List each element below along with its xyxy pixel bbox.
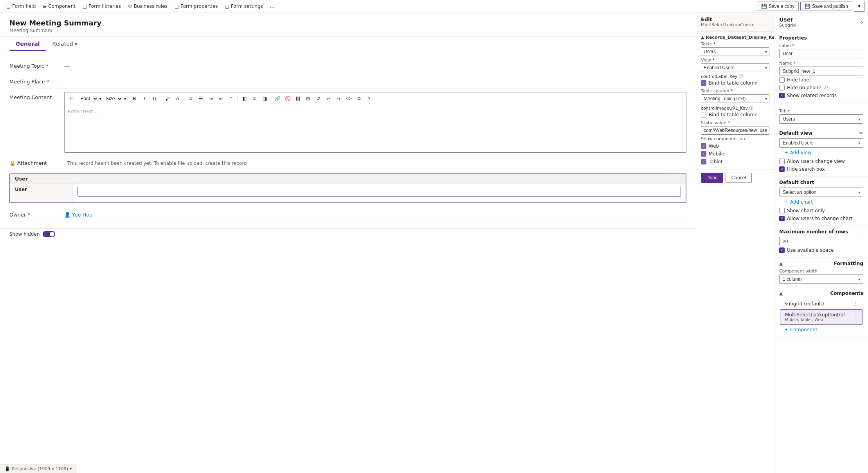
collapse-icon[interactable]: ▲ — [701, 35, 704, 40]
save-publish-button[interactable]: 💾 Save and publish — [800, 2, 852, 11]
edit-table-select[interactable]: Users — [701, 47, 769, 56]
toolbar-highlight[interactable]: 🖌 — [163, 94, 172, 103]
toolbar-font-color[interactable]: A — [173, 94, 182, 103]
props-default-chart-title[interactable]: Default chart — [779, 180, 814, 185]
component-subgrid-menu[interactable]: ⋮ — [854, 301, 858, 307]
business-rules-icon: ⚙ — [128, 4, 132, 9]
subgrid-input[interactable] — [77, 187, 681, 197]
toolbar-pencil[interactable]: ✏ — [67, 94, 76, 103]
props-hide-search-checkbox[interactable]: ✓ — [779, 166, 785, 172]
toolbar-settings[interactable]: ⚙ — [354, 94, 364, 103]
toolbar-unlink[interactable]: 🚫 — [283, 94, 292, 103]
toolbar-bold[interactable]: B — [130, 94, 139, 103]
props-close-button[interactable]: › — [861, 18, 863, 26]
props-max-rows-input[interactable] — [779, 237, 863, 246]
props-formatting-collapse[interactable]: ▲ — [779, 261, 783, 266]
props-view-select[interactable]: Enabled Users — [779, 138, 863, 148]
save-publish-chevron[interactable]: ▾ — [854, 1, 865, 12]
toolbar-help[interactable]: ? — [364, 94, 374, 103]
edit-static-input[interactable] — [701, 126, 769, 135]
form-field-icon: □ — [6, 4, 11, 9]
responsive-chevron[interactable]: ▾ — [70, 466, 72, 471]
props-hide-phone-checkbox[interactable] — [779, 85, 785, 90]
edit-bind-table-checkbox[interactable]: ✓ — [701, 80, 706, 86]
toolbar-indent[interactable]: ⇥ — [206, 94, 216, 103]
props-max-rows-header: Maximum number of rows — [779, 229, 863, 235]
props-max-rows-title[interactable]: Maximum number of rows — [779, 229, 848, 235]
toolbar-image[interactable]: 🖼 — [293, 94, 303, 103]
toolbar-align-left[interactable]: ◧ — [240, 94, 249, 103]
props-components-collapse[interactable]: ▲ — [779, 291, 783, 296]
toolbar-rtl[interactable]: ↺ — [313, 94, 323, 103]
toolbar-align-right[interactable]: ◨ — [260, 94, 269, 103]
default-view-edit-icon[interactable]: ✏ — [859, 130, 863, 136]
edit-tablet-checkbox[interactable]: ✓ — [701, 159, 706, 164]
props-name-input[interactable] — [779, 67, 863, 76]
toolbar-outdent[interactable]: ⇤ — [216, 94, 226, 103]
props-comp-width-select[interactable]: 1 column — [779, 274, 863, 284]
toolbar-font-select[interactable]: Font — [77, 94, 99, 103]
more-icon: ... — [270, 4, 274, 9]
props-show-chart-only-checkbox[interactable] — [779, 208, 785, 213]
edit-table-col-select[interactable]: Meeting Topic (Text) — [701, 94, 769, 103]
img-url-info-icon[interactable]: ⓘ — [749, 105, 753, 111]
toolbar-table[interactable]: ⊞ — [303, 94, 313, 103]
toolbar-source[interactable]: <> — [344, 94, 353, 103]
props-table-select[interactable]: Users — [779, 114, 863, 124]
toolbar-underline[interactable]: U — [150, 94, 159, 103]
tab-general[interactable]: General — [9, 37, 46, 51]
props-allow-change-view-checkbox[interactable] — [779, 159, 785, 164]
props-hide-label-checkbox[interactable] — [779, 77, 785, 83]
props-formatting-title[interactable]: Formatting — [834, 261, 863, 266]
edit-records-section: ▲ Records_Dataset_Display_Key Table * Us… — [696, 32, 774, 169]
done-button[interactable]: Done — [701, 173, 723, 183]
attachment-row: 🔒 Attachment This record hasn't been cre… — [9, 156, 686, 170]
edit-view-select[interactable]: Enabled Users — [701, 63, 769, 72]
tab-related-label: Related — [52, 41, 73, 47]
edit-bind-image-checkbox[interactable] — [701, 112, 706, 117]
toolbar-quote[interactable]: ❝ — [227, 94, 236, 103]
cancel-edit-button[interactable]: Cancel — [726, 173, 752, 183]
nav-item-form-settings[interactable]: □ Form settings — [222, 2, 266, 11]
owner-link[interactable]: 👤 Yue Hou — [64, 212, 686, 218]
component-item-subgrid[interactable]: Subgrid (default) ⋮ — [779, 298, 863, 309]
edit-mobile-checkbox[interactable]: ✓ — [701, 151, 706, 157]
nav-item-form-libraries[interactable]: □ Form libraries — [79, 2, 124, 11]
component-item-multiselect[interactable]: MultiSelectLookupControl Mobile, Tablet,… — [780, 309, 863, 325]
add-chart-link[interactable]: ＋ Add chart — [779, 197, 863, 207]
props-components-title[interactable]: Components — [830, 291, 864, 296]
toolbar-redo[interactable]: ↪ — [334, 94, 343, 103]
toolbar-undo[interactable]: ↩ — [324, 94, 333, 103]
toolbar-italic[interactable]: I — [140, 94, 149, 103]
add-view-link[interactable]: ＋ Add view — [779, 148, 863, 157]
tab-related[interactable]: Related ▾ — [46, 37, 84, 51]
toolbar-align-center[interactable]: ≡ — [250, 94, 259, 103]
add-component-link[interactable]: ＋ Component — [779, 325, 863, 334]
toolbar-ol[interactable]: ☰ — [196, 94, 205, 103]
nav-more[interactable]: ... — [267, 2, 277, 11]
props-use-available-checkbox[interactable]: ✓ — [779, 247, 785, 253]
nav-item-form-properties[interactable]: □ Form properties — [171, 2, 221, 11]
props-section-title[interactable]: Properties — [779, 35, 807, 41]
toolbar-ul[interactable]: ≡ — [186, 94, 195, 103]
rich-text-body[interactable]: Enter text... — [65, 105, 686, 152]
toolbar-sep-4 — [238, 96, 238, 102]
nav-item-component[interactable]: ⊞ Component — [40, 2, 79, 11]
control-label-info-icon[interactable]: ⓘ — [739, 74, 743, 79]
show-hidden-toggle[interactable] — [43, 231, 55, 237]
hide-phone-info-icon[interactable]: ⓘ — [824, 85, 828, 90]
edit-web-checkbox[interactable]: ✓ — [701, 143, 706, 149]
nav-item-business-rules[interactable]: ⚙ Business rules — [125, 2, 171, 11]
component-multiselect-menu[interactable]: ⋮ — [853, 314, 857, 320]
save-copy-button[interactable]: 💾 Save a copy — [757, 2, 799, 11]
nav-item-form-field[interactable]: □ Form field — [3, 2, 39, 11]
props-show-related-checkbox[interactable]: ✓ — [779, 93, 785, 98]
add-chart-label: Add chart — [790, 199, 813, 205]
tab-related-chevron: ▾ — [75, 41, 77, 47]
props-default-view-title[interactable]: Default view — [779, 130, 812, 136]
props-allow-change-chart-checkbox[interactable]: ✓ — [779, 216, 785, 221]
toolbar-link[interactable]: 🔗 — [273, 94, 282, 103]
toolbar-size-select[interactable]: Size — [102, 94, 123, 103]
props-label-input[interactable] — [779, 49, 863, 58]
props-chart-select[interactable]: Select an option — [779, 188, 863, 197]
